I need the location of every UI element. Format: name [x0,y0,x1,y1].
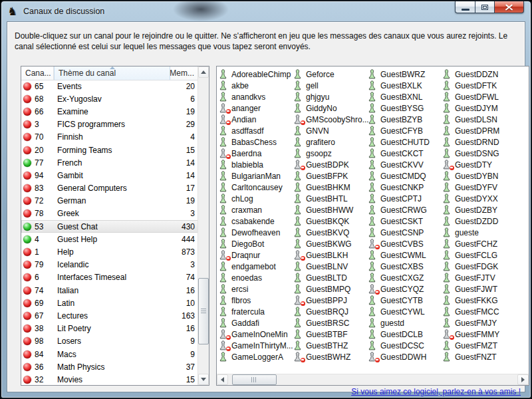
user-list-item[interactable]: GuestFCLG [442,249,517,261]
user-list-item[interactable]: GuestFMZT [442,340,517,351]
user-list-item[interactable]: GuestCSNP [368,227,442,238]
user-list-item[interactable]: GameInThirtyM... [219,340,293,351]
user-list-item[interactable]: GuestBLTD [293,272,368,283]
user-list-item[interactable]: GuestBTBF [293,329,368,340]
user-list-item[interactable]: fratercula [219,306,293,317]
user-list-item[interactable]: GuestBLKH [293,249,368,261]
channel-row[interactable]: 3 FICS programmers 29 [21,118,199,131]
vertical-scroll-thumb[interactable] [198,278,209,344]
user-list-item[interactable]: DiegoBot [219,238,293,249]
channel-row[interactable]: 65 Events 20 [21,80,199,92]
user-list-item[interactable]: GuestBRQJ [293,306,368,317]
user-list-item[interactable]: Geforce [293,68,368,80]
user-list-item[interactable]: GameLoggerA [219,351,293,362]
user-list-item[interactable]: guestd [368,317,442,329]
user-list-item[interactable]: enoedas [219,272,293,283]
channel-row[interactable]: 72 German 19 [21,195,199,207]
close-button[interactable] [495,1,524,13]
user-list-item[interactable]: GuestBXNL [368,91,442,102]
channel-row[interactable]: 67 Lectures 163 [21,309,199,322]
channel-row[interactable]: 32 Movies 15 [21,373,199,385]
channel-row[interactable]: 69 Latin 10 [21,297,199,309]
user-list-item[interactable]: GuestCYWL [368,306,442,317]
minimize-button[interactable] [455,1,475,13]
user-list-item[interactable]: GuestBHKM [293,182,368,193]
user-list-item[interactable]: GuestCYQZ [368,283,442,295]
user-list-item[interactable]: GuestDZDD [442,215,517,227]
column-header-members[interactable]: Mem... [170,66,198,80]
user-list-item[interactable]: GuestDDZN [442,68,517,80]
user-list-item[interactable]: GuestDFWL [442,91,517,102]
user-list-item[interactable]: GuestCKCT [368,148,442,159]
scroll-down-button[interactable] [198,374,209,385]
maximize-button[interactable] [475,1,495,13]
user-list-item[interactable]: grafitero [293,136,368,148]
user-list-item[interactable]: GuestFKKG [442,295,517,306]
user-list-item[interactable]: endgamebot [219,261,293,272]
tell-your-friends-link[interactable]: Si vous aimez ce logiciel, parlez-en à v… [351,387,521,396]
user-list-item[interactable]: Carltoncausey [219,182,293,193]
channel-row[interactable]: 84 Macs 9 [21,348,199,360]
user-list-item[interactable]: GuestDPRM [442,125,517,136]
user-list-item[interactable]: GuestFJTV [442,272,517,283]
user-list-item[interactable]: GuestFJWT [442,283,517,295]
channel-row[interactable]: 74 Italian 16 [21,284,199,297]
user-list-item[interactable]: GuestBXLK [368,80,442,91]
channel-row[interactable]: 1 Help 873 [21,245,199,258]
channel-row[interactable]: 98 Losers 9 [21,335,199,348]
user-list-horizontal-scrollbar[interactable] [217,374,529,385]
user-list-item[interactable]: GuestCVBS [368,238,442,249]
user-list-item[interactable]: GuestFDGK [442,261,517,272]
user-list-item[interactable]: GuestFNZT [442,351,517,362]
user-list-item[interactable]: GuestCYTB [368,295,442,306]
user-list-item[interactable]: GuestDFTK [442,80,517,91]
title-bar[interactable]: ♞ Canaux de discussion [1,1,531,21]
user-list-item[interactable]: gell [293,80,368,91]
user-list-item[interactable]: GuestBYSG [368,102,442,114]
user-list-item[interactable]: GuestFMJY [442,317,517,329]
user-list-item[interactable]: Andian [219,114,293,125]
user-list-item[interactable]: GuestBTHZ [293,340,368,351]
user-list-item[interactable]: Draqnur [219,249,293,261]
channel-row[interactable]: 6 Interfaces Timeseal 74 [21,271,199,284]
user-list-item[interactable]: GuestCXGZ [368,272,442,283]
user-list-item[interactable]: GameInOneMin [219,329,293,340]
scroll-left-button[interactable] [217,374,228,385]
channel-row[interactable]: 70 Finnish 4 [21,131,199,144]
user-list-item[interactable]: GuestBKQK [293,215,368,227]
user-list-item[interactable]: chLog [219,193,293,204]
user-list-item[interactable]: akbe [219,80,293,91]
user-list-item[interactable]: GuestBMPQ [293,283,368,295]
user-list-item[interactable]: GuestBWHZ [293,351,368,362]
column-header-theme[interactable]: Thème du canal [54,66,170,80]
user-list-item[interactable]: GuestBKVQ [293,227,368,238]
user-list-item[interactable]: gueste [442,227,517,238]
channel-row[interactable]: 36 Math Physics 37 [21,360,199,373]
user-list-item[interactable]: GuestCRWG [368,204,442,215]
column-header-channel[interactable]: Cana... [21,66,54,80]
user-list-item[interactable]: GuestBKWG [293,238,368,249]
user-list-item[interactable]: GuestBLNV [293,261,368,272]
user-list-item[interactable]: ananger [219,102,293,114]
user-list-item[interactable]: gsoopz [293,148,368,159]
user-list-item[interactable]: GuestBHTL [293,193,368,204]
user-list-item[interactable]: BulgarianMan [219,170,293,182]
user-list-item[interactable]: GuestCKVV [368,159,442,170]
user-list-item[interactable]: flbros [219,295,293,306]
user-list-item[interactable]: Gaddafi [219,317,293,329]
channel-row[interactable]: 79 Icelandic 3 [21,259,199,271]
channel-table-vertical-scrollbar[interactable] [198,66,209,385]
user-list-item[interactable]: GuestDYFV [442,182,517,193]
channel-row[interactable]: 38 Lit Poetry 16 [21,323,199,335]
user-list-item[interactable]: GuestBWRZ [368,68,442,80]
user-list-item[interactable]: GuestBHWW [293,204,368,215]
user-list-item[interactable]: GuestFCHZ [442,238,517,249]
user-list-item[interactable]: GuestFMMY [442,329,517,340]
channel-row[interactable]: 83 General Computers 17 [21,182,199,195]
channel-row[interactable]: 4 Guest Help 444 [21,233,199,245]
channel-row[interactable]: 20 Forming Teams 15 [21,144,199,156]
user-list-item[interactable]: GuestDJYM [442,102,517,114]
user-list-item[interactable]: GuestDYXX [442,193,517,204]
user-list-item[interactable]: GuestDYBN [442,170,517,182]
scroll-up-button[interactable] [198,66,209,78]
